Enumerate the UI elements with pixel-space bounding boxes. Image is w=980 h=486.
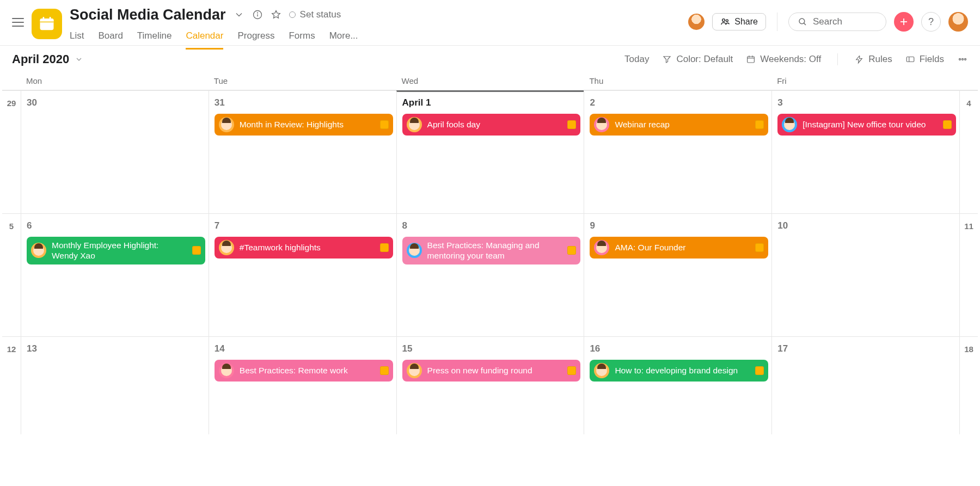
set-status-label: Set status	[300, 9, 341, 20]
member-avatar[interactable]	[688, 14, 705, 30]
task-card[interactable]: Webinar recap	[590, 114, 768, 136]
task-card[interactable]: Monthly Employee Highlight: Wendy Xao	[27, 237, 205, 264]
task-title: Webinar recap	[615, 119, 750, 130]
color-label: Color: Default	[676, 54, 733, 65]
week-gutter-right: 11	[959, 213, 978, 336]
calendar-day[interactable]: 16How to: developing brand design	[584, 336, 771, 434]
task-tag-icon	[380, 366, 389, 375]
today-label: Today	[624, 54, 649, 65]
task-card[interactable]: [Instagram] New office tour video	[777, 114, 956, 136]
weekday-header: Wed	[396, 73, 584, 90]
task-tag-icon	[380, 120, 389, 129]
calendar-day[interactable]: 9AMA: Our Founder	[584, 213, 771, 336]
set-status-button[interactable]: Set status	[289, 9, 341, 20]
month-label: April 2020	[12, 52, 69, 66]
task-tag-icon	[943, 120, 952, 129]
more-actions-button[interactable]	[957, 54, 968, 65]
calendar-day[interactable]: 8Best Practices: Managing and mentoring …	[396, 213, 584, 336]
day-number: 17	[777, 343, 956, 354]
task-title: #Teamwork highlights	[240, 242, 375, 253]
svg-point-11	[799, 19, 805, 24]
task-card[interactable]: #Teamwork highlights	[215, 237, 393, 259]
calendar-day[interactable]: 2Webinar recap	[584, 90, 771, 213]
fields-button[interactable]: Fields	[905, 54, 944, 65]
task-card[interactable]: Best Practices: Managing and mentoring y…	[402, 237, 581, 264]
task-tag-icon	[755, 366, 764, 375]
task-title: Monthly Employee Highlight: Wendy Xao	[52, 240, 187, 261]
svg-line-12	[804, 23, 806, 25]
svg-point-10	[726, 20, 728, 22]
calendar-day[interactable]: 14Best Practices: Remote work	[209, 336, 396, 434]
task-card[interactable]: Best Practices: Remote work	[215, 360, 393, 382]
view-tabs: ListBoardTimelineCalendarProgressFormsMo…	[70, 27, 688, 50]
project-dropdown-icon[interactable]	[234, 9, 244, 20]
tab-board[interactable]: Board	[98, 27, 122, 50]
today-button[interactable]: Today	[624, 54, 649, 65]
weekends-label: Weekends: Off	[760, 54, 821, 65]
lightning-icon	[854, 54, 864, 64]
assignee-avatar	[219, 240, 234, 255]
day-number: 10	[777, 220, 956, 231]
task-tag-icon	[567, 366, 576, 375]
task-card[interactable]: How to: developing brand design	[590, 360, 768, 382]
day-number: 15	[402, 343, 581, 354]
user-avatar[interactable]	[948, 12, 968, 32]
svg-point-7	[257, 13, 258, 13]
svg-rect-3	[43, 17, 45, 20]
task-card[interactable]: April fools day	[402, 114, 581, 136]
project-title[interactable]: Social Media Calendar	[70, 7, 226, 23]
week-gutter-right: 4	[959, 90, 978, 213]
star-icon[interactable]	[271, 9, 281, 20]
rules-button[interactable]: Rules	[854, 54, 892, 65]
assignee-avatar	[407, 363, 422, 378]
calendar-day[interactable]: 30	[21, 90, 209, 213]
tab-more[interactable]: More...	[329, 27, 358, 50]
create-button[interactable]	[894, 12, 914, 32]
task-card[interactable]: AMA: Our Founder	[590, 237, 768, 259]
project-icon[interactable]	[32, 9, 62, 39]
assignee-avatar	[594, 363, 609, 378]
calendar-day[interactable]: 3[Instagram] New office tour video	[771, 90, 959, 213]
task-card[interactable]: Month in Review: Highlights	[215, 114, 393, 136]
task-title: Best Practices: Managing and mentoring y…	[427, 240, 562, 261]
calendar-day[interactable]: 17	[771, 336, 959, 434]
svg-rect-2	[40, 22, 54, 23]
task-card[interactable]: Press on new funding round	[402, 360, 581, 382]
dots-icon	[957, 54, 968, 65]
funnel-icon	[662, 54, 672, 64]
assignee-avatar	[31, 243, 46, 258]
calendar-grid: MonTueWedThuFri 293031Month in Review: H…	[0, 73, 980, 434]
tab-timeline[interactable]: Timeline	[137, 27, 172, 50]
calendar-day[interactable]: 31Month in Review: Highlights	[209, 90, 396, 213]
day-number: 8	[402, 220, 581, 231]
svg-rect-15	[748, 57, 755, 63]
day-number: April 1	[402, 97, 581, 108]
day-number: 3	[777, 97, 956, 108]
tab-forms[interactable]: Forms	[289, 27, 315, 50]
tab-calendar[interactable]: Calendar	[186, 27, 223, 50]
assignee-avatar	[407, 243, 422, 258]
assignee-avatar	[219, 363, 234, 378]
tab-progress[interactable]: Progress	[237, 27, 274, 50]
header-divider	[777, 13, 777, 31]
weekday-header: Tue	[209, 73, 396, 90]
menu-toggle-icon[interactable]	[12, 15, 24, 29]
share-button[interactable]: Share	[712, 13, 766, 30]
assignee-avatar	[594, 240, 609, 255]
color-filter[interactable]: Color: Default	[662, 54, 733, 65]
info-icon[interactable]	[252, 9, 263, 20]
help-button[interactable]: ?	[921, 12, 941, 32]
calendar-day[interactable]: April 1April fools day	[396, 90, 584, 213]
calendar-day[interactable]: 6Monthly Employee Highlight: Wendy Xao	[21, 213, 209, 336]
search-input[interactable]: Search	[788, 13, 886, 31]
calendar-day[interactable]: 15Press on new funding round	[396, 336, 584, 434]
share-label: Share	[734, 17, 758, 27]
task-tag-icon	[192, 246, 201, 255]
calendar-day[interactable]: 13	[21, 336, 209, 434]
calendar-day[interactable]: 7#Teamwork highlights	[209, 213, 396, 336]
task-title: April fools day	[427, 119, 562, 130]
month-picker[interactable]: April 2020	[12, 52, 83, 66]
calendar-day[interactable]: 10	[771, 213, 959, 336]
tab-list[interactable]: List	[70, 27, 84, 50]
weekends-toggle[interactable]: Weekends: Off	[746, 54, 821, 65]
